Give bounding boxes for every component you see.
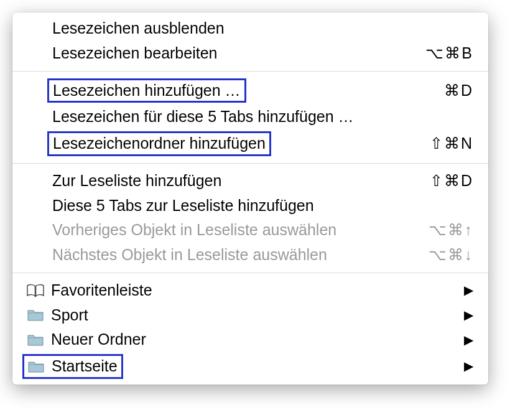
folder-icon — [26, 307, 45, 323]
menu-item-folder-sport[interactable]: Sport ▶ — [12, 303, 488, 328]
menu-item-label: Vorheriges Objekt in Leseliste auswählen — [52, 220, 336, 241]
menu-item-label: Lesezeichen ausblenden — [52, 18, 225, 39]
menu-item-edit-bookmarks[interactable]: Lesezeichen bearbeiten ⌥⌘B — [12, 41, 488, 66]
menu-item-folder-startseite[interactable]: Startseite ▶ — [12, 352, 488, 381]
menu-item-label: Diese 5 Tabs zur Leseliste hinzufügen — [52, 195, 314, 217]
submenu-arrow-icon: ▶ — [464, 307, 473, 324]
menu-item-label: Lesezeichen bearbeiten — [52, 43, 217, 64]
menu-item-shortcut: ⌘D — [444, 80, 473, 101]
submenu-arrow-icon: ▶ — [464, 358, 473, 375]
menu-separator — [12, 163, 488, 164]
menu-item-shortcut: ⌥⌘↑ — [429, 220, 474, 241]
menu-item-next-reading-list: Nächstes Objekt in Leseliste auswählen ⌥… — [12, 243, 488, 268]
menu-item-label: Favoritenleiste — [51, 280, 152, 301]
book-icon — [26, 282, 45, 299]
menu-item-label: Lesezeichenordner hinzufügen — [53, 134, 266, 152]
menu-item-add-tabs-reading-list[interactable]: Diese 5 Tabs zur Leseliste hinzufügen — [12, 194, 488, 218]
highlight-annotation: Startseite — [22, 354, 123, 379]
menu-item-add-bookmark[interactable]: Lesezeichen hinzufügen … ⌘D — [12, 77, 488, 105]
menu-item-prev-reading-list: Vorheriges Objekt in Leseliste auswählen… — [12, 218, 488, 243]
highlight-annotation: Lesezeichen hinzufügen … — [47, 78, 246, 103]
menu-item-label: Lesezeichen hinzufügen … — [53, 82, 241, 99]
submenu-arrow-icon: ▶ — [464, 282, 473, 299]
folder-icon — [27, 358, 45, 375]
menu-item-add-bookmark-tabs[interactable]: Lesezeichen für diese 5 Tabs hinzufügen … — [12, 105, 488, 129]
menu-item-label: Startseite — [52, 356, 118, 377]
menu-item-label: Zur Leseliste hinzufügen — [52, 170, 221, 192]
menu-item-favorites-bar[interactable]: Favoritenleiste ▶ — [12, 278, 488, 303]
bookmarks-menu: Lesezeichen ausblenden Lesezeichen bearb… — [12, 12, 488, 385]
menu-item-folder-neuer-ordner[interactable]: Neuer Ordner ▶ — [12, 327, 488, 352]
submenu-arrow-icon: ▶ — [464, 332, 473, 348]
menu-item-label: Sport — [51, 305, 88, 326]
menu-separator — [12, 71, 488, 72]
menu-item-label: Nächstes Objekt in Leseliste auswählen — [52, 245, 327, 266]
menu-item-label: Lesezeichen für diese 5 Tabs hinzufügen … — [52, 106, 354, 128]
folder-icon — [26, 332, 45, 348]
menu-item-label: Neuer Ordner — [51, 329, 146, 350]
menu-item-add-bookmark-folder[interactable]: Lesezeichenordner hinzufügen ⇧⌘N — [12, 129, 488, 158]
menu-separator — [12, 273, 488, 273]
menu-item-shortcut: ⇧⌘N — [430, 133, 473, 154]
menu-item-shortcut: ⇧⌘D — [430, 170, 473, 192]
menu-item-add-reading-list[interactable]: Zur Leseliste hinzufügen ⇧⌘D — [12, 169, 488, 194]
highlight-annotation: Lesezeichenordner hinzufügen — [47, 131, 271, 156]
menu-item-shortcut: ⌥⌘B — [425, 43, 473, 64]
menu-item-hide-bookmarks[interactable]: Lesezeichen ausblenden — [12, 16, 488, 41]
menu-item-shortcut: ⌥⌘↓ — [429, 245, 474, 266]
